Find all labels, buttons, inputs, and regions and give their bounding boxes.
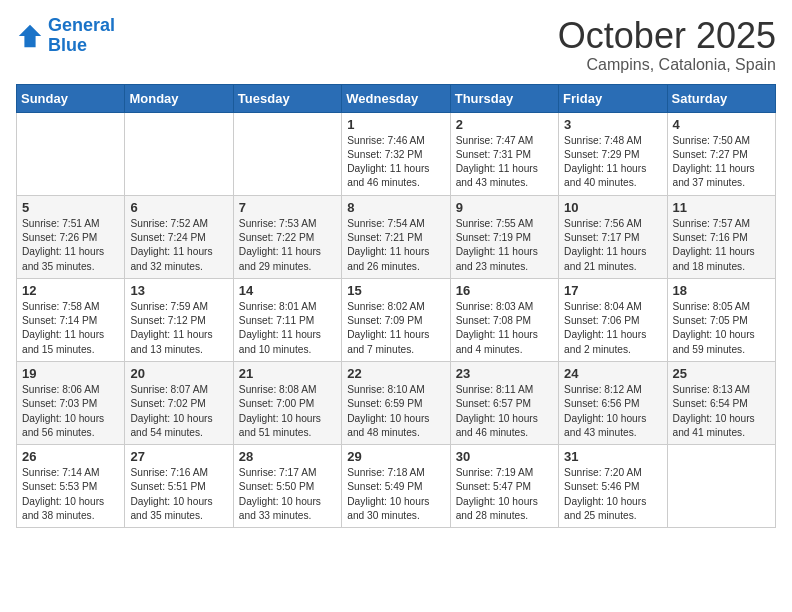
calendar-cell: 14Sunrise: 8:01 AM Sunset: 7:11 PM Dayli… — [233, 278, 341, 361]
calendar-week-1: 1Sunrise: 7:46 AM Sunset: 7:32 PM Daylig… — [17, 112, 776, 195]
day-number: 30 — [456, 449, 553, 464]
cell-content: Sunrise: 7:54 AM Sunset: 7:21 PM Dayligh… — [347, 217, 444, 274]
day-number: 18 — [673, 283, 770, 298]
calendar-cell: 1Sunrise: 7:46 AM Sunset: 7:32 PM Daylig… — [342, 112, 450, 195]
calendar-cell: 19Sunrise: 8:06 AM Sunset: 7:03 PM Dayli… — [17, 361, 125, 444]
day-number: 2 — [456, 117, 553, 132]
day-number: 1 — [347, 117, 444, 132]
header: General Blue October 2025 Campins, Catal… — [16, 16, 776, 74]
calendar-cell: 5Sunrise: 7:51 AM Sunset: 7:26 PM Daylig… — [17, 195, 125, 278]
day-number: 16 — [456, 283, 553, 298]
day-number: 22 — [347, 366, 444, 381]
calendar-cell: 18Sunrise: 8:05 AM Sunset: 7:05 PM Dayli… — [667, 278, 775, 361]
cell-content: Sunrise: 7:14 AM Sunset: 5:53 PM Dayligh… — [22, 466, 119, 523]
cell-content: Sunrise: 7:51 AM Sunset: 7:26 PM Dayligh… — [22, 217, 119, 274]
logo-line1: General — [48, 15, 115, 35]
calendar-cell: 3Sunrise: 7:48 AM Sunset: 7:29 PM Daylig… — [559, 112, 667, 195]
day-number: 29 — [347, 449, 444, 464]
calendar-cell: 27Sunrise: 7:16 AM Sunset: 5:51 PM Dayli… — [125, 445, 233, 528]
header-tuesday: Tuesday — [233, 84, 341, 112]
calendar-cell: 8Sunrise: 7:54 AM Sunset: 7:21 PM Daylig… — [342, 195, 450, 278]
cell-content: Sunrise: 7:55 AM Sunset: 7:19 PM Dayligh… — [456, 217, 553, 274]
calendar-cell: 13Sunrise: 7:59 AM Sunset: 7:12 PM Dayli… — [125, 278, 233, 361]
cell-content: Sunrise: 7:58 AM Sunset: 7:14 PM Dayligh… — [22, 300, 119, 357]
calendar-week-5: 26Sunrise: 7:14 AM Sunset: 5:53 PM Dayli… — [17, 445, 776, 528]
calendar-cell: 24Sunrise: 8:12 AM Sunset: 6:56 PM Dayli… — [559, 361, 667, 444]
month-title: October 2025 — [558, 16, 776, 56]
header-wednesday: Wednesday — [342, 84, 450, 112]
calendar-cell — [17, 112, 125, 195]
calendar-cell: 21Sunrise: 8:08 AM Sunset: 7:00 PM Dayli… — [233, 361, 341, 444]
day-number: 26 — [22, 449, 119, 464]
calendar-cell — [233, 112, 341, 195]
cell-content: Sunrise: 8:11 AM Sunset: 6:57 PM Dayligh… — [456, 383, 553, 440]
cell-content: Sunrise: 7:56 AM Sunset: 7:17 PM Dayligh… — [564, 217, 661, 274]
header-sunday: Sunday — [17, 84, 125, 112]
calendar-cell — [125, 112, 233, 195]
calendar-cell: 31Sunrise: 7:20 AM Sunset: 5:46 PM Dayli… — [559, 445, 667, 528]
day-number: 9 — [456, 200, 553, 215]
cell-content: Sunrise: 7:59 AM Sunset: 7:12 PM Dayligh… — [130, 300, 227, 357]
cell-content: Sunrise: 8:12 AM Sunset: 6:56 PM Dayligh… — [564, 383, 661, 440]
header-monday: Monday — [125, 84, 233, 112]
calendar-header-row: SundayMondayTuesdayWednesdayThursdayFrid… — [17, 84, 776, 112]
day-number: 13 — [130, 283, 227, 298]
logo: General Blue — [16, 16, 115, 56]
cell-content: Sunrise: 8:06 AM Sunset: 7:03 PM Dayligh… — [22, 383, 119, 440]
cell-content: Sunrise: 8:02 AM Sunset: 7:09 PM Dayligh… — [347, 300, 444, 357]
day-number: 3 — [564, 117, 661, 132]
header-thursday: Thursday — [450, 84, 558, 112]
cell-content: Sunrise: 7:18 AM Sunset: 5:49 PM Dayligh… — [347, 466, 444, 523]
cell-content: Sunrise: 8:13 AM Sunset: 6:54 PM Dayligh… — [673, 383, 770, 440]
calendar-cell: 2Sunrise: 7:47 AM Sunset: 7:31 PM Daylig… — [450, 112, 558, 195]
day-number: 11 — [673, 200, 770, 215]
cell-content: Sunrise: 8:03 AM Sunset: 7:08 PM Dayligh… — [456, 300, 553, 357]
svg-marker-0 — [19, 25, 41, 47]
cell-content: Sunrise: 8:05 AM Sunset: 7:05 PM Dayligh… — [673, 300, 770, 357]
day-number: 10 — [564, 200, 661, 215]
day-number: 27 — [130, 449, 227, 464]
cell-content: Sunrise: 8:01 AM Sunset: 7:11 PM Dayligh… — [239, 300, 336, 357]
day-number: 6 — [130, 200, 227, 215]
day-number: 12 — [22, 283, 119, 298]
day-number: 20 — [130, 366, 227, 381]
calendar-cell: 6Sunrise: 7:52 AM Sunset: 7:24 PM Daylig… — [125, 195, 233, 278]
calendar: SundayMondayTuesdayWednesdayThursdayFrid… — [16, 84, 776, 529]
calendar-cell: 17Sunrise: 8:04 AM Sunset: 7:06 PM Dayli… — [559, 278, 667, 361]
logo-text: General Blue — [48, 16, 115, 56]
day-number: 8 — [347, 200, 444, 215]
calendar-cell: 29Sunrise: 7:18 AM Sunset: 5:49 PM Dayli… — [342, 445, 450, 528]
cell-content: Sunrise: 7:47 AM Sunset: 7:31 PM Dayligh… — [456, 134, 553, 191]
cell-content: Sunrise: 7:19 AM Sunset: 5:47 PM Dayligh… — [456, 466, 553, 523]
calendar-cell: 23Sunrise: 8:11 AM Sunset: 6:57 PM Dayli… — [450, 361, 558, 444]
day-number: 15 — [347, 283, 444, 298]
day-number: 25 — [673, 366, 770, 381]
calendar-cell: 9Sunrise: 7:55 AM Sunset: 7:19 PM Daylig… — [450, 195, 558, 278]
day-number: 17 — [564, 283, 661, 298]
calendar-cell: 20Sunrise: 8:07 AM Sunset: 7:02 PM Dayli… — [125, 361, 233, 444]
day-number: 7 — [239, 200, 336, 215]
calendar-cell: 4Sunrise: 7:50 AM Sunset: 7:27 PM Daylig… — [667, 112, 775, 195]
logo-icon — [16, 22, 44, 50]
calendar-cell — [667, 445, 775, 528]
day-number: 4 — [673, 117, 770, 132]
cell-content: Sunrise: 8:08 AM Sunset: 7:00 PM Dayligh… — [239, 383, 336, 440]
header-friday: Friday — [559, 84, 667, 112]
calendar-cell: 26Sunrise: 7:14 AM Sunset: 5:53 PM Dayli… — [17, 445, 125, 528]
cell-content: Sunrise: 8:04 AM Sunset: 7:06 PM Dayligh… — [564, 300, 661, 357]
day-number: 21 — [239, 366, 336, 381]
cell-content: Sunrise: 7:20 AM Sunset: 5:46 PM Dayligh… — [564, 466, 661, 523]
cell-content: Sunrise: 7:16 AM Sunset: 5:51 PM Dayligh… — [130, 466, 227, 523]
day-number: 31 — [564, 449, 661, 464]
calendar-week-2: 5Sunrise: 7:51 AM Sunset: 7:26 PM Daylig… — [17, 195, 776, 278]
calendar-cell: 11Sunrise: 7:57 AM Sunset: 7:16 PM Dayli… — [667, 195, 775, 278]
calendar-cell: 15Sunrise: 8:02 AM Sunset: 7:09 PM Dayli… — [342, 278, 450, 361]
cell-content: Sunrise: 7:50 AM Sunset: 7:27 PM Dayligh… — [673, 134, 770, 191]
calendar-cell: 7Sunrise: 7:53 AM Sunset: 7:22 PM Daylig… — [233, 195, 341, 278]
cell-content: Sunrise: 8:10 AM Sunset: 6:59 PM Dayligh… — [347, 383, 444, 440]
logo-line2: Blue — [48, 35, 87, 55]
header-saturday: Saturday — [667, 84, 775, 112]
cell-content: Sunrise: 8:07 AM Sunset: 7:02 PM Dayligh… — [130, 383, 227, 440]
subtitle: Campins, Catalonia, Spain — [558, 56, 776, 74]
cell-content: Sunrise: 7:52 AM Sunset: 7:24 PM Dayligh… — [130, 217, 227, 274]
